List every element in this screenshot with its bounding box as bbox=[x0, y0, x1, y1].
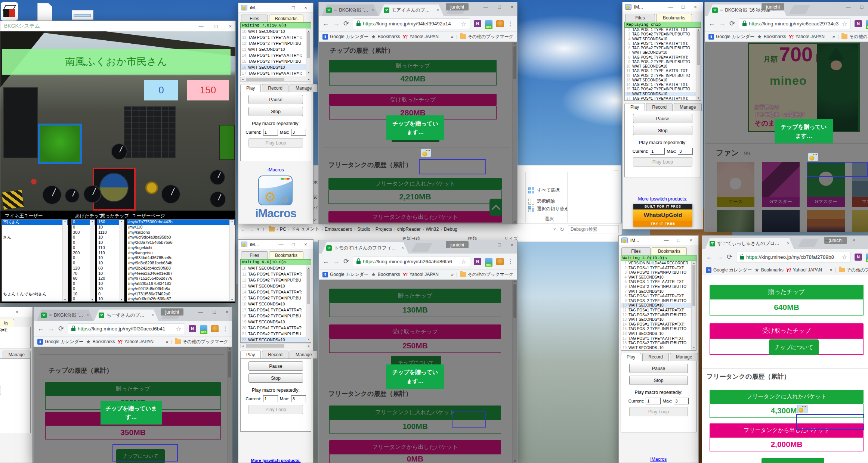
breadcrumb-item[interactable]: PC bbox=[280, 227, 286, 232]
explorer-search-input[interactable] bbox=[568, 225, 619, 233]
tab-bookmarks[interactable]: Bookmarks bbox=[269, 15, 303, 22]
breadcrumb-item[interactable]: chipReader bbox=[397, 227, 421, 232]
bookmark-yahoo[interactable]: Y!Yahoo! JAPAN bbox=[403, 272, 439, 277]
scroll-left-icon[interactable]: ◄ bbox=[241, 78, 244, 81]
desktop-icon-document[interactable] bbox=[37, 3, 52, 21]
tab-manage[interactable]: Manage bbox=[3, 351, 31, 358]
explorer-minimize-icon[interactable]: — bbox=[614, 168, 618, 173]
macro-code-list[interactable]: 10WAIT SECONDS=1011TAG POS=1 TYPE=A ATTR… bbox=[240, 28, 311, 76]
other-bookmarks[interactable]: その他のブックマーク bbox=[460, 34, 513, 40]
macro-line[interactable]: 12TAG POS=2 TYPE=INPUT:BUTTO bbox=[621, 313, 696, 318]
list-item[interactable]: /my/kangetsu bbox=[127, 251, 235, 256]
tab-bookmarks[interactable]: Bookmarks bbox=[269, 251, 303, 259]
play-loop-button-fragment[interactable]: p bbox=[0, 386, 1, 395]
scroll-down-icon[interactable]: ▼ bbox=[119, 298, 124, 301]
bookmarks-overflow-icon[interactable]: » bbox=[166, 339, 169, 344]
scroll-down-icon[interactable]: ▼ bbox=[692, 345, 696, 350]
pause-button[interactable]: Pause bbox=[629, 364, 688, 373]
address-bar[interactable]: https://king.mineo.jp/my/cb78faf2789b8 ☆ bbox=[736, 252, 851, 262]
macro-line[interactable]: 10WAIT SECONDS=10 bbox=[241, 28, 311, 34]
minimize-icon[interactable]: — bbox=[661, 237, 671, 243]
tab-bkgk[interactable]: マ ≡ BKGK合戦 '16 × bbox=[37, 310, 93, 321]
refresh-icon[interactable]: ↻ bbox=[560, 226, 564, 232]
tab-close-icon[interactable]: × bbox=[787, 241, 790, 246]
macro-line[interactable]: 8TAG POS=1 TYPE=A ATTR=TXT: bbox=[621, 294, 696, 299]
chrome-menu-icon[interactable]: ⋮ bbox=[507, 258, 513, 265]
minimize-icon[interactable]: — bbox=[276, 5, 286, 10]
bookmark-calendar[interactable]: 8Google カレンダー bbox=[322, 34, 368, 40]
list-item[interactable]: /my/9d3e82081bcb634b bbox=[127, 261, 235, 266]
tab-profile[interactable]: マ ちーずさんのプロフィー × bbox=[94, 310, 158, 321]
macro-line[interactable]: 15TAG POS=2 TYPE=INPUT:BU bbox=[241, 58, 311, 64]
imacros-titlebar[interactable]: iM... — □ × bbox=[238, 3, 313, 13]
imacros-titlebar[interactable]: iM... — □ × bbox=[238, 240, 313, 249]
scroll-up-icon[interactable]: ▲ bbox=[697, 28, 700, 31]
macro-line[interactable]: 13WAIT SECONDS=10 bbox=[241, 46, 311, 52]
macro-line[interactable]: 22WAIT SECONDS=10 bbox=[241, 337, 311, 343]
onenote-extension-icon[interactable]: N bbox=[474, 258, 481, 265]
desktop-icon-app[interactable] bbox=[72, 10, 93, 20]
macro-line[interactable]: 4WAIT SECONDS=10 bbox=[625, 37, 701, 41]
counter-extension-icon[interactable]: 004 bbox=[866, 254, 868, 261]
back-icon[interactable]: ← bbox=[706, 253, 713, 261]
scroll-right-icon[interactable]: ► bbox=[308, 345, 310, 347]
macro-line[interactable]: 10WAIT SECONDS=10 bbox=[625, 64, 701, 69]
list-item[interactable] bbox=[2, 230, 68, 235]
new-tab-button[interactable] bbox=[789, 5, 810, 14]
stop-button[interactable]: Stop bbox=[633, 126, 692, 135]
list-item[interactable]: /my/97152c554b62d776 bbox=[127, 276, 235, 281]
ribbon-invert-selection[interactable]: 選択の切り替え bbox=[528, 206, 569, 212]
macro-line[interactable]: 4WAIT SECONDS=10 bbox=[621, 275, 696, 280]
list-item[interactable]: ちょんくんでもok)さん bbox=[2, 292, 68, 297]
tab-close-icon[interactable]: × bbox=[371, 7, 374, 13]
macro-line[interactable]: 18TAG POS=2 TYPE=INPUT:BUTTO bbox=[621, 341, 696, 346]
tab-profile[interactable]: マ モアイさんのプロフィー × bbox=[379, 4, 444, 16]
bookmarks-overflow-icon[interactable]: » bbox=[451, 34, 454, 39]
macro-line[interactable]: 16WAIT SECONDS=10 bbox=[625, 92, 701, 96]
back-icon[interactable]: ← bbox=[37, 325, 44, 333]
bookmarks-overflow-icon[interactable]: » bbox=[830, 267, 833, 273]
macro-line[interactable]: 8TAG POS=1 TYPE=A ATTR=TXT: bbox=[625, 55, 701, 60]
back-icon[interactable]: ← bbox=[708, 20, 715, 28]
list-item[interactable] bbox=[2, 245, 68, 251]
bookmark-folder-bookmarks[interactable]: ★Bookmarks bbox=[371, 271, 400, 277]
current-input[interactable] bbox=[646, 398, 661, 404]
list-item[interactable]: /my/2b242cb4cc90f688 bbox=[127, 266, 235, 271]
counter-extension-icon[interactable]: 009 bbox=[200, 325, 207, 332]
minimize-icon[interactable]: — bbox=[846, 4, 851, 10]
bookmarks-overflow-icon[interactable]: » bbox=[833, 34, 835, 39]
address-bar[interactable]: https://king.mineo.jp/my/94fef39492a14 ☆ bbox=[353, 18, 470, 29]
macro-line[interactable]: 6TAG POS=2 TYPE=INPUT:BUTTO bbox=[625, 46, 701, 50]
maximize-icon[interactable]: □ bbox=[215, 24, 218, 29]
max-input[interactable] bbox=[674, 398, 689, 404]
close-icon[interactable]: × bbox=[510, 4, 513, 10]
bookmarks-overflow-icon[interactable]: » bbox=[451, 272, 454, 277]
new-tab-button[interactable] bbox=[798, 239, 819, 247]
forward-icon[interactable]: → bbox=[719, 20, 726, 28]
tab-manage[interactable]: Manage bbox=[670, 353, 698, 361]
bookmark-folder-bookmarks[interactable]: ★Bookmarks bbox=[754, 267, 784, 273]
bookmark-star-icon[interactable]: ☆ bbox=[461, 20, 466, 27]
play-loop-button[interactable]: Play Loop bbox=[248, 405, 303, 414]
macro-code-list[interactable]: 2TAG POS=1 TYPE=A ATTR=TXT:3TAG POS=2 TY… bbox=[624, 28, 701, 101]
code-scrollbar[interactable]: ▲▼ bbox=[691, 261, 696, 350]
imacros-titlebar[interactable]: × bbox=[0, 307, 33, 317]
scroll-down-icon[interactable]: ▼ bbox=[230, 298, 234, 301]
explorer-up-icon[interactable]: ↑ bbox=[262, 226, 265, 232]
macro-line[interactable]: 3TAG POS=2 TYPE=INPUT:BUTTO bbox=[621, 270, 696, 275]
macro-line[interactable]: 19WAIT SECONDS=10 bbox=[241, 319, 311, 325]
other-bookmarks[interactable]: その他のブックマーク bbox=[460, 271, 513, 278]
fox-extension-icon[interactable] bbox=[496, 258, 504, 265]
tab-manage[interactable]: Manage bbox=[674, 103, 702, 111]
macro-code-list[interactable]: 1VERSION BUILD=844 RECORDER2TAG POS=1 TY… bbox=[621, 261, 696, 351]
tab-files[interactable]: Files bbox=[241, 15, 268, 22]
breadcrumb-item[interactable]: ドキュメント bbox=[291, 226, 319, 232]
tab-bookmarks[interactable]: Bookmarks bbox=[656, 14, 692, 22]
list-item[interactable] bbox=[2, 255, 68, 261]
tab-bkgk[interactable]: マ ≡ BKGK合戦 '16 × bbox=[322, 4, 379, 16]
scroll-down-icon[interactable]: ▼ bbox=[306, 336, 311, 342]
reload-icon[interactable]: ⟳ bbox=[343, 19, 349, 28]
close-icon[interactable]: × bbox=[301, 5, 311, 10]
page-listbox[interactable]: /my/a7b775360ebe443b/my/110/my/kirizono/… bbox=[127, 219, 235, 302]
list-item[interactable]: /my/a82f0a167b634183 bbox=[127, 281, 235, 286]
